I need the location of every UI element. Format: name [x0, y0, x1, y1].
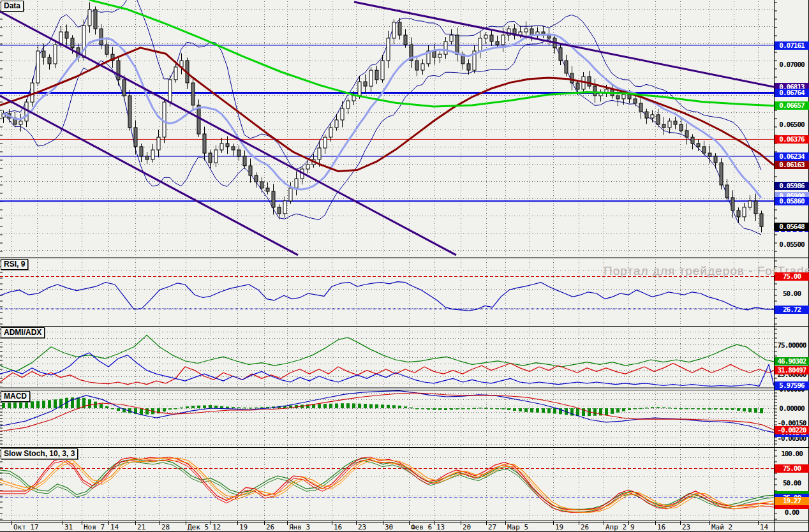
time-tick	[135, 521, 136, 525]
time-axis-label: Ноя 7	[84, 523, 105, 531]
time-tick	[553, 521, 554, 525]
axis-label-price: 0.07161	[775, 41, 809, 50]
axis-label-stoch: 100.00	[775, 450, 809, 458]
time-axis-label: Окт 17	[13, 523, 39, 531]
time-axis-label: 23	[358, 523, 366, 531]
time-axis-label: Апр 2	[605, 523, 627, 531]
time-axis-label: Янв 3	[289, 523, 310, 531]
last-price-dash	[775, 231, 808, 232]
time-axis[interactable]: Окт 1731Ноя 7142128Дек 5121926Янв 316233…	[0, 521, 809, 532]
time-tick	[434, 521, 435, 525]
axis-label-price: 0.06500	[775, 121, 809, 129]
axis-label-price: 0.06657	[775, 101, 809, 110]
axis-label-price: 0.06764	[775, 89, 809, 97]
panel-title-macd: MACD	[1, 391, 30, 402]
axis-label-price: 0.06234	[775, 152, 809, 161]
axis-label-stoch: 75.00	[775, 464, 809, 473]
axis-label-adx: 5.97596	[775, 381, 809, 390]
axis-label-adx: 31.80497	[775, 366, 809, 374]
time-tick	[604, 521, 604, 525]
axis-label-rsi: 75.00	[775, 272, 809, 281]
axis-label-price: 0.05648	[775, 223, 809, 231]
time-axis-label: Мар 5	[507, 523, 528, 531]
time-axis-label: 12	[212, 523, 221, 531]
time-axis-label: Дек 5	[188, 523, 209, 531]
time-tick	[211, 521, 211, 525]
time-tick	[628, 521, 629, 525]
time-tick	[579, 521, 579, 525]
axis-label-stoch: 50.00	[775, 479, 809, 487]
time-axis-label: 20	[463, 523, 471, 531]
time-axis-label: 19	[239, 523, 248, 531]
panel-title-stoch: Slow Stoch, 10, 3, 3	[1, 448, 78, 459]
time-tick	[680, 521, 681, 525]
time-tick	[709, 521, 710, 525]
time-axis-label: 13	[436, 523, 445, 531]
time-tick	[264, 521, 265, 525]
time-tick	[332, 521, 332, 525]
time-tick	[505, 521, 506, 525]
time-tick	[108, 521, 109, 525]
time-axis-label: 28	[161, 523, 170, 531]
price-axis[interactable]: 0.071610.070000.068130.067640.066570.065…	[775, 0, 809, 521]
axis-label-price: 0.05500	[775, 240, 809, 249]
axis-label-adx: 46.90302	[775, 357, 809, 366]
time-axis-label: Май 2	[711, 523, 732, 531]
axis-label-price: 0.05986	[775, 182, 809, 190]
time-axis-label: 21	[137, 523, 145, 531]
axis-label-price: 0.07000	[775, 61, 809, 69]
time-axis-label: 16	[657, 523, 665, 531]
time-axis-label: 9	[630, 523, 635, 531]
time-tick	[383, 521, 383, 525]
axis-label-stoch: 19.27	[775, 497, 809, 505]
time-tick	[356, 521, 357, 525]
axis-label-price: 0.06376	[775, 135, 809, 144]
axis-label-price: 0.06163	[775, 161, 809, 169]
time-tick	[655, 521, 656, 525]
time-axis-label: 16	[334, 523, 342, 531]
panel-title-data: Data	[1, 1, 24, 11]
axis-label-adx: 75.00000	[775, 341, 809, 350]
time-axis-label: Фев 6	[411, 523, 432, 531]
time-tick	[237, 521, 238, 525]
time-tick	[63, 521, 63, 525]
time-tick	[758, 521, 759, 525]
time-axis-label: 26	[581, 523, 589, 531]
time-axis-label: 19	[555, 523, 563, 531]
time-tick	[461, 521, 461, 525]
panel-title-adx: ADMI/ADX	[1, 327, 45, 338]
time-tick	[287, 521, 288, 525]
axis-label-macd: 0.00000	[775, 404, 809, 413]
axis-label-rsi: 26.72	[775, 306, 809, 314]
axis-label-stoch: 0.00	[775, 508, 809, 517]
panel-title-rsi: RSI, 9	[1, 259, 28, 270]
time-tick	[486, 521, 487, 525]
time-axis-label: 30	[385, 523, 393, 531]
axis-label-macd: -0.00220	[775, 426, 809, 434]
time-axis-label: 26	[266, 523, 274, 531]
time-tick	[186, 521, 186, 525]
time-axis-label: 23	[682, 523, 690, 531]
time-tick	[409, 521, 410, 525]
axis-label-price: 0.05860	[775, 197, 809, 205]
time-tick	[11, 521, 12, 525]
time-axis-label: 27	[488, 523, 496, 531]
trading-chart-window: Data RSI, 9 ADMI/ADX MACD Slow Stoch, 10…	[0, 0, 809, 532]
time-tick	[160, 521, 160, 525]
time-axis-label: 14	[760, 523, 768, 531]
time-axis-label: 14	[110, 523, 119, 531]
time-tick	[82, 521, 82, 525]
time-axis-label: 31	[64, 523, 73, 531]
axis-label-rsi: 50.00	[775, 290, 809, 298]
